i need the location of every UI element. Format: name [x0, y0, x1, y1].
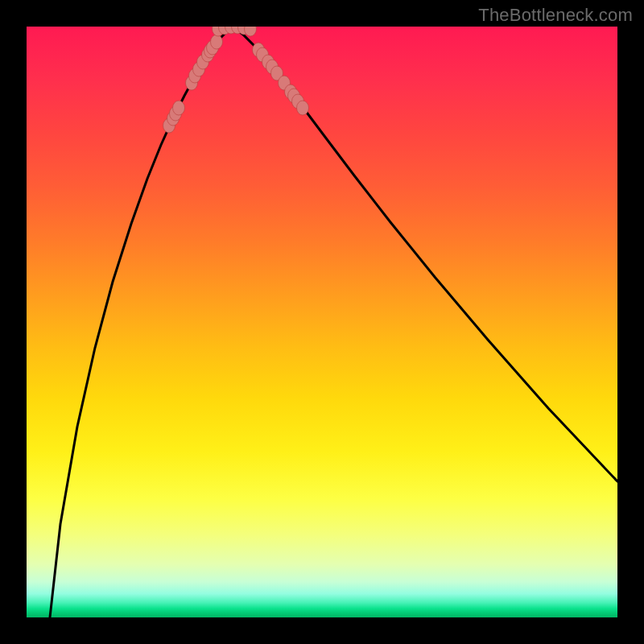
watermark-label: TheBottleneck.com	[478, 5, 633, 26]
bottom-dots-point	[245, 27, 257, 36]
chart-svg	[27, 27, 617, 617]
right-dots-point	[297, 101, 309, 115]
dot-layer	[163, 27, 309, 133]
curve-layer	[50, 27, 617, 617]
left-curve	[50, 27, 233, 617]
left-dots-point	[211, 35, 223, 49]
plot-area	[27, 27, 617, 617]
left-dots-point	[173, 101, 185, 115]
